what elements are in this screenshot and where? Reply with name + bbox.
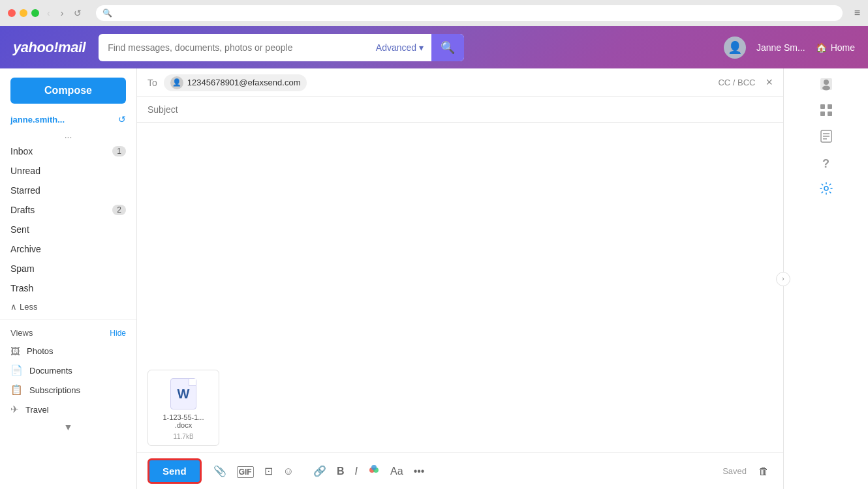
doc-icon: W [170,378,196,409]
more-dots: ... [0,128,136,141]
attachment-thumb[interactable]: W 1-123-55-1... .docx 11.7kB [147,370,219,446]
titlebar: ‹ › ↺ 🔍 ≡ [0,0,868,26]
gif-icon: GIF [237,466,254,478]
italic-button[interactable]: I [351,463,362,480]
color-icon [368,467,380,478]
settings-icon [819,181,833,199]
minimize-traffic-light[interactable] [20,9,27,17]
trash-icon: 🗑 [758,466,769,477]
recipient-chip[interactable]: 👤 12345678901@efaxsend.com [164,74,307,91]
compose-panel: To 👤 12345678901@efaxsend.com CC / BCC ×… [137,68,783,489]
spam-label: Spam [10,263,35,274]
emoji-button[interactable]: ☺ [279,463,298,480]
avatar: 👤 [724,37,746,59]
subject-input[interactable] [147,104,773,115]
more-formatting-button[interactable]: ••• [410,463,429,480]
svg-rect-9 [828,111,832,116]
sidebar-item-spam[interactable]: Spam [0,259,136,278]
unread-label: Unread [10,166,40,176]
color-button[interactable] [364,462,384,481]
italic-icon: I [355,466,358,477]
subscriptions-label: Subscriptions [29,385,80,395]
back-button[interactable]: ‹ [44,7,53,20]
apps-panel-button[interactable] [814,100,838,123]
saved-text: Saved [722,466,747,476]
account-row: janne.smith... ↺ [0,110,136,128]
starred-label: Starred [10,185,40,196]
sidebar-item-photos[interactable]: 🖼 Photos [0,342,136,361]
recipient-email: 12345678901@efaxsend.com [187,78,301,87]
header-right: 👤 Janne Sm... 🏠 Home [724,37,855,59]
photos-icon: 🖼 [10,346,20,357]
fullscreen-traffic-light[interactable] [31,9,39,17]
insert-button[interactable]: ⊡ [260,462,277,480]
settings-panel-button[interactable] [814,178,838,201]
close-compose-button[interactable]: × [766,76,773,89]
people-panel-button[interactable] [814,74,838,97]
attachment-button[interactable]: 📎 [209,462,230,480]
chevron-up-icon: ∧ [10,302,17,312]
insert-icon: ⊡ [264,466,273,477]
less-row[interactable]: ∧ Less [0,298,136,316]
link-button[interactable]: 🔗 [309,462,330,480]
sidebar: Compose janne.smith... ↺ ... Inbox 1 Unr… [0,68,137,489]
close-traffic-light[interactable] [8,9,16,17]
travel-icon: ✈ [10,404,19,415]
bold-button[interactable]: B [333,463,349,480]
search-input[interactable] [99,42,368,53]
address-bar[interactable]: 🔍 [96,5,842,21]
link-icon: 🔗 [313,466,326,477]
menu-icon[interactable]: ≡ [854,7,860,19]
archive-label: Archive [10,244,41,254]
notes-icon [819,129,833,147]
compose-button[interactable]: Compose [10,78,126,104]
attachment-name: 1-123-55-1... .docx [155,413,212,429]
traffic-lights [8,9,39,17]
sidebar-item-trash[interactable]: Trash [0,278,136,298]
apps-icon [819,103,833,121]
user-avatar-icon: 👤 [728,40,742,55]
documents-icon: 📄 [10,364,23,376]
search-icon: 🔍 [102,8,112,18]
subscriptions-icon: 📋 [10,384,23,396]
contact-icon: 👤 [172,78,181,87]
delete-draft-button[interactable]: 🗑 [754,463,773,480]
advanced-button[interactable]: Advanced ▾ [368,42,431,53]
font-button[interactable]: Aa [386,463,407,480]
sidebar-item-starred[interactable]: Starred [0,181,136,200]
compose-body[interactable]: W 1-123-55-1... .docx 11.7kB [137,123,783,452]
sidebar-item-drafts[interactable]: Drafts 2 [0,200,136,220]
scroll-down[interactable]: ▼ [0,419,136,435]
cc-bcc-button[interactable]: CC / BCC [718,78,755,87]
main-layout: Compose janne.smith... ↺ ... Inbox 1 Unr… [0,68,868,489]
reload-button[interactable]: ↺ [71,7,84,20]
attachment-container: W 1-123-55-1... .docx 11.7kB [147,370,219,446]
less-label: Less [20,302,37,312]
trash-label: Trash [10,283,33,293]
sidebar-item-subscriptions[interactable]: 📋 Subscriptions [0,380,136,400]
expand-panel-button[interactable]: › [776,272,790,286]
hide-button[interactable]: Hide [110,329,126,338]
sidebar-item-documents[interactable]: 📄 Documents [0,361,136,380]
attachment-size: 11.7kB [173,433,193,440]
home-link[interactable]: 🏠 Home [816,42,855,53]
views-header: Views Hide [0,324,136,342]
gif-button[interactable]: GIF [233,463,258,480]
to-label: To [147,78,157,88]
notes-panel-button[interactable] [814,126,838,149]
sidebar-item-archive[interactable]: Archive [0,239,136,259]
sidebar-item-sent[interactable]: Sent [0,220,136,239]
sidebar-item-inbox[interactable]: Inbox 1 [0,141,136,161]
search-button[interactable]: 🔍 [431,34,464,61]
svg-point-14 [824,186,828,190]
compose-to-row: To 👤 12345678901@efaxsend.com CC / BCC × [137,68,783,97]
forward-button[interactable]: › [58,7,67,20]
send-button[interactable]: Send [147,458,202,484]
sidebar-item-unread[interactable]: Unread [0,161,136,181]
yahoo-logo: yahoo!mail [13,39,85,56]
sidebar-item-travel[interactable]: ✈ Travel [0,400,136,419]
compose-toolbar: Send 📎 GIF ⊡ ☺ 🔗 B I [137,452,783,489]
bold-icon: B [337,466,345,477]
refresh-icon[interactable]: ↺ [118,114,126,125]
help-panel-button[interactable]: ? [814,152,838,175]
